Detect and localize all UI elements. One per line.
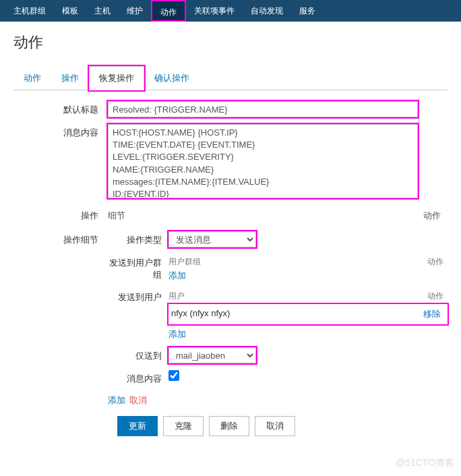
tab-0[interactable]: 动作	[13, 66, 51, 90]
add-op-link[interactable]: 添加	[108, 394, 125, 407]
op-detail-label: 操作细节	[13, 231, 108, 246]
user-table-header: 用户 动作	[168, 289, 448, 304]
ops-label: 操作	[13, 207, 108, 222]
topnav-item-6[interactable]: 自动发现	[243, 0, 291, 22]
tabs: 动作操作恢复操作确认操作	[13, 66, 448, 90]
cancel-op-link[interactable]: 取消	[129, 394, 147, 407]
recovery-ops-form: 默认标题 消息内容 操作 细节 动作 操作细节 操作类型 发送消息	[0, 90, 461, 447]
only-to-select[interactable]: mail_jiaoben	[168, 347, 256, 363]
send-users-label: 发送到用户	[108, 289, 168, 303]
cancel-button[interactable]: 取消	[255, 416, 295, 436]
clone-button[interactable]: 克隆	[163, 416, 204, 436]
remove-user-link[interactable]: 移除	[423, 309, 441, 319]
tab-3[interactable]: 确认操作	[144, 66, 199, 90]
user-name: nfyx (nfyx nfyx)	[171, 308, 411, 320]
update-button[interactable]: 更新	[117, 416, 158, 436]
delete-button[interactable]: 删除	[209, 416, 249, 436]
only-to-label: 仅送到	[108, 347, 168, 362]
col-action: 动作	[414, 256, 448, 268]
add-usergroup-link[interactable]: 添加	[168, 270, 186, 280]
topnav-item-3[interactable]: 维护	[119, 0, 151, 22]
add-user-link[interactable]: 添加	[168, 329, 186, 339]
col-user: 用户	[168, 291, 414, 302]
tab-2[interactable]: 恢复操作	[89, 66, 144, 90]
topnav-item-7[interactable]: 服务	[291, 0, 324, 22]
topnav-item-0[interactable]: 主机群组	[5, 0, 54, 22]
send-groups-label: 发送到用户群组	[108, 254, 168, 281]
topnav-item-5[interactable]: 关联项事件	[186, 0, 243, 22]
col-action-2: 动作	[414, 291, 448, 302]
topnav-item-1[interactable]: 模板	[54, 0, 86, 22]
ops-col-detail: 细节	[108, 210, 407, 222]
op-type-label: 操作类型	[108, 231, 168, 246]
tab-1[interactable]: 操作	[51, 66, 89, 90]
default-title-label: 默认标题	[13, 101, 108, 116]
op-type-select[interactable]: 发送消息	[168, 231, 256, 247]
ops-table-header: 细节 动作	[108, 207, 448, 225]
form-buttons: 更新 克隆 删除 取消	[117, 416, 448, 436]
col-usergroup: 用户群组	[168, 256, 414, 268]
message-label: 消息内容	[13, 124, 108, 139]
page-title: 动作	[0, 22, 461, 58]
default-title-input[interactable]	[108, 101, 418, 117]
top-nav: 主机群组模板主机维护动作关联项事件自动发现服务	[0, 0, 461, 22]
ops-col-action: 动作	[407, 210, 448, 222]
msg-content-checkbox[interactable]	[168, 370, 179, 381]
msg-content-label: 消息内容	[108, 370, 168, 385]
message-textarea[interactable]	[108, 124, 418, 198]
usergroup-table-header: 用户群组 动作	[168, 254, 448, 270]
user-row: nfyx (nfyx nfyx) 移除	[168, 304, 448, 324]
topnav-item-2[interactable]: 主机	[86, 0, 119, 22]
topnav-item-4[interactable]: 动作	[151, 0, 186, 22]
